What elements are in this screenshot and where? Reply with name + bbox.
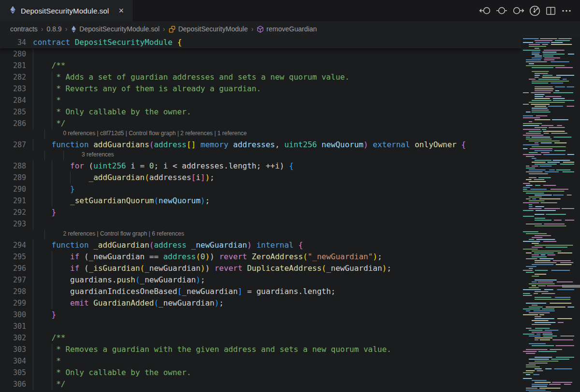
code-line-text[interactable]: for (uint256 i = 0; i < addresses.length… [33,160,521,172]
code-line-text[interactable]: */ [33,118,521,129]
indent-guide [52,367,52,378]
breadcrumb-label: 0.8.9 [46,25,61,33]
code-line: 282 * Adds a set of guardian addresses a… [0,71,521,83]
code-line-text[interactable]: */ [33,378,521,390]
tab-bar: DepositSecurityModule.sol × [0,0,580,21]
code-line: 283 * Reverts any of them is already a g… [0,83,521,95]
code-line-text[interactable]: /** [33,60,521,71]
code-line-text[interactable]: } [33,183,521,195]
code-line-text[interactable]: _setGuardianQuorum(newQuorum); [33,195,521,207]
breadcrumb-separator: › [251,25,254,33]
code-line-text[interactable]: emit GuardianAdded(_newGuardian); [33,297,521,309]
indent-guide [52,160,52,172]
code-line: 292} [0,207,521,218]
indent-guide [33,118,33,129]
indent-guide [33,274,33,286]
indent-guide [52,263,52,274]
line-number: 303 [0,344,33,355]
code-line-text[interactable]: if (_newGuardian == address(0)) revert Z… [33,251,521,263]
code-line-text[interactable]: } [33,207,521,218]
indent-guide [44,230,45,239]
codelens-link[interactable]: 2 references | Control flow graph | 6 re… [63,230,184,237]
nav-back-icon[interactable] [479,5,492,16]
codelens-link[interactable]: 3 references [82,151,114,158]
breadcrumb-label: removeGuardian [266,25,317,33]
indent-guide [52,118,52,129]
code-line: 304 * [0,355,521,367]
code-line: 293 [0,218,521,230]
line-number: 296 [0,263,33,274]
indent-guide [33,309,33,321]
code-line-text[interactable]: * Only callable by the owner. [33,106,521,118]
indent-guide [33,378,33,390]
indent-guide [33,183,33,195]
breadcrumb-item-contracts[interactable]: contracts [10,25,38,33]
line-number: 293 [0,218,33,230]
code-line-text[interactable]: } [33,309,521,321]
indent-guide [52,251,52,263]
split-editor-icon[interactable] [545,5,556,16]
indent-guide [44,151,45,160]
code-line-text[interactable]: * [33,95,521,106]
code-line-text[interactable]: guardians.push(_newGuardian); [33,274,521,286]
breadcrumb-item-depositsecuritymodule[interactable]: DepositSecurityModule [169,25,248,33]
breadcrumb-item-0-8-9[interactable]: 0.8.9 [46,25,61,33]
code-line-text[interactable]: if (_isGuardian(_newGuardian)) revert Du… [33,263,521,274]
indent-guide [33,355,33,367]
breadcrumb-item-removeguardian[interactable]: removeGuardian [257,25,317,33]
tab-title: DepositSecurityModule.sol [21,7,109,15]
code-line: 291_setGuardianQuorum(newQuorum); [0,195,521,207]
codelens-link[interactable]: 0 references | c8f712d5 | Control flow g… [63,130,247,137]
indent-guide [33,95,33,106]
code-line-text[interactable]: function _addGuardian(address _newGuardi… [33,239,521,251]
indent-guide [33,321,33,332]
indent-guide [52,195,52,207]
close-icon[interactable]: × [117,6,126,15]
control-flow-graph-icon[interactable] [529,5,541,17]
indent-guide [33,195,33,207]
code-line-text[interactable]: * Reverts any of them is already a guard… [33,83,521,95]
indent-guide [52,344,52,355]
code-line-text[interactable] [33,218,521,230]
code-line-text[interactable]: function addGuardians(address[] memory a… [33,139,521,151]
code-line-text[interactable] [33,48,521,60]
more-actions-icon[interactable] [561,5,572,16]
breadcrumb: contracts›0.8.9›DepositSecurityModule.so… [0,21,580,37]
code-line-text[interactable]: _addGuardian(addresses[i]); [33,172,521,183]
indent-guide [52,172,52,183]
line-number: 285 [0,106,33,118]
indent-guide [33,367,33,378]
indent-guide [33,332,33,344]
indent-guide [52,355,52,367]
code-pane: 34contract DepositSecurityModule { 28028… [0,37,521,392]
symbol-method-icon [257,26,264,33]
breadcrumb-item-depositsecuritymodule-sol[interactable]: DepositSecurityModule.sol [71,25,160,33]
tab-deposit-security-module[interactable]: DepositSecurityModule.sol × [0,0,133,21]
line-number: 287 [0,139,33,151]
indent-guide [33,286,33,297]
line-number: 295 [0,251,33,263]
code-line-text[interactable]: guardianIndicesOneBased[_newGuardian] = … [33,286,521,297]
code-line: 301 [0,321,521,332]
indent-guide [33,71,33,83]
sticky-scroll-line[interactable]: 34contract DepositSecurityModule { [0,37,521,48]
line-number: 288 [0,160,33,172]
code-line: 288for (uint256 i = 0; i < addresses.len… [0,160,521,172]
indent-guide [52,286,52,297]
nav-location-icon[interactable] [496,5,508,16]
code-line-text[interactable]: contract DepositSecurityModule { [33,37,521,48]
code-line-text[interactable]: * [33,355,521,367]
code-line: 295if (_newGuardian == address(0)) rever… [0,251,521,263]
indent-guide [44,129,45,139]
nav-forward-icon[interactable] [512,5,524,16]
code-line-text[interactable]: * Removes a guardian with the given addr… [33,344,521,355]
code-line: 306 */ [0,378,521,390]
code-line-text[interactable]: * Adds a set of guardian addresses and s… [33,71,521,83]
indent-guide [33,207,33,218]
minimap[interactable] [521,37,580,392]
indent-guide [33,60,33,71]
code-line-text[interactable]: * Only callable by the owner. [33,367,521,378]
indent-guide [63,151,64,160]
code-line-text[interactable]: /** [33,332,521,344]
code-line-text[interactable] [33,321,521,332]
